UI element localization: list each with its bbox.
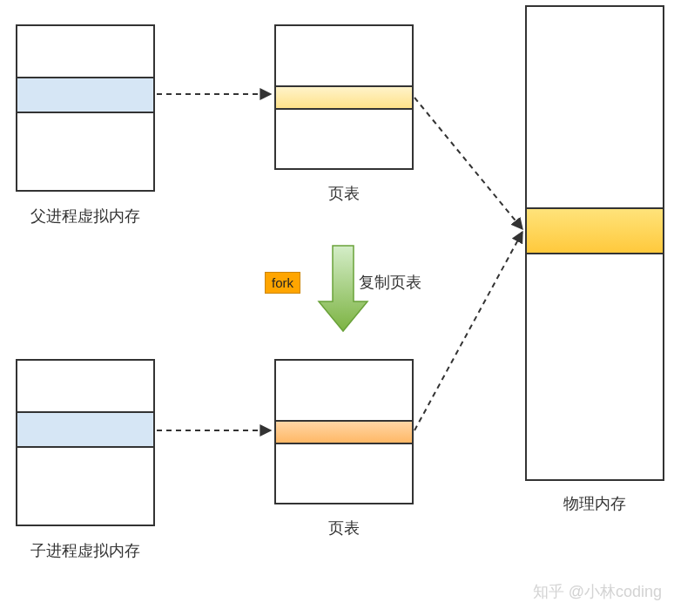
page-table-bottom-box: [274, 359, 414, 504]
child-vm-label: 子进程虚拟内存: [16, 540, 155, 561]
parent-vm-box: [16, 24, 155, 192]
child-vm-band: [17, 411, 153, 448]
fork-badge: fork: [265, 272, 300, 294]
watermark: 知乎 @小林coding: [533, 581, 662, 602]
arrow-pt-top-to-phys: [415, 98, 522, 229]
page-table-bottom-band: [276, 420, 412, 444]
child-vm-box: [16, 359, 155, 526]
page-table-top-box: [274, 24, 414, 170]
copy-pt-label: 复制页表: [359, 272, 437, 293]
arrow-pt-bottom-to-phys: [415, 232, 522, 430]
parent-vm-band: [17, 77, 153, 113]
physical-mem-label: 物理内存: [525, 493, 664, 514]
parent-vm-label: 父进程虚拟内存: [16, 206, 155, 227]
physical-mem-box: [525, 5, 664, 481]
page-table-top-band: [276, 85, 412, 110]
physical-mem-band: [527, 207, 663, 254]
page-table-top-label: 页表: [274, 183, 414, 204]
page-table-bottom-label: 页表: [274, 518, 414, 538]
